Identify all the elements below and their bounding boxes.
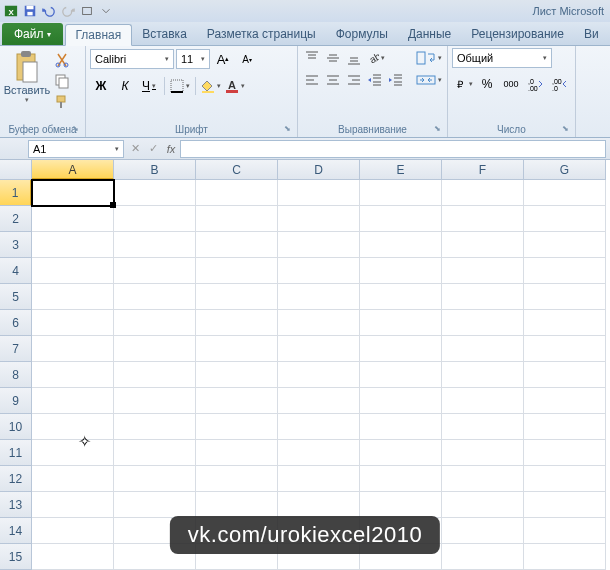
- cell-G6[interactable]: [524, 310, 606, 336]
- cell-B6[interactable]: [114, 310, 196, 336]
- cell-C12[interactable]: [196, 466, 278, 492]
- cell-F9[interactable]: [442, 388, 524, 414]
- col-header-A[interactable]: A: [32, 160, 114, 180]
- bold-button[interactable]: Ж: [90, 75, 112, 97]
- row-header-13[interactable]: 13: [0, 492, 32, 518]
- cell-G15[interactable]: [524, 544, 606, 570]
- cell-G7[interactable]: [524, 336, 606, 362]
- cell-E8[interactable]: [360, 362, 442, 388]
- cell-C8[interactable]: [196, 362, 278, 388]
- cell-E9[interactable]: [360, 388, 442, 414]
- font-size-select[interactable]: 11: [176, 49, 210, 69]
- cell-C7[interactable]: [196, 336, 278, 362]
- cell-E10[interactable]: [360, 414, 442, 440]
- cell-A12[interactable]: [32, 466, 114, 492]
- cell-E3[interactable]: [360, 232, 442, 258]
- worksheet-grid[interactable]: ABCDEFG 123456789101112131415 ✧: [0, 160, 610, 570]
- align-center-icon[interactable]: [323, 70, 343, 90]
- cell-B10[interactable]: [114, 414, 196, 440]
- number-format-select[interactable]: Общий: [452, 48, 552, 68]
- row-header-1[interactable]: 1: [0, 180, 32, 206]
- cell-G1[interactable]: [524, 180, 606, 206]
- cell-D4[interactable]: [278, 258, 360, 284]
- cell-G5[interactable]: [524, 284, 606, 310]
- format-painter-icon[interactable]: [52, 92, 72, 112]
- cell-C2[interactable]: [196, 206, 278, 232]
- italic-button[interactable]: К: [114, 75, 136, 97]
- cell-G12[interactable]: [524, 466, 606, 492]
- qat-custom-icon[interactable]: [78, 2, 96, 20]
- save-icon[interactable]: [21, 2, 39, 20]
- cell-A1[interactable]: [32, 180, 114, 206]
- cell-C5[interactable]: [196, 284, 278, 310]
- cell-A5[interactable]: [32, 284, 114, 310]
- cell-F13[interactable]: [442, 492, 524, 518]
- cell-C4[interactable]: [196, 258, 278, 284]
- cell-C3[interactable]: [196, 232, 278, 258]
- increase-indent-icon[interactable]: [386, 70, 406, 90]
- paste-label[interactable]: Вставить: [4, 84, 51, 96]
- cell-A7[interactable]: [32, 336, 114, 362]
- cell-D11[interactable]: [278, 440, 360, 466]
- row-headers[interactable]: 123456789101112131415: [0, 180, 32, 570]
- col-header-B[interactable]: B: [114, 160, 196, 180]
- cell-D5[interactable]: [278, 284, 360, 310]
- cell-F5[interactable]: [442, 284, 524, 310]
- redo-icon[interactable]: [59, 2, 77, 20]
- cell-B5[interactable]: [114, 284, 196, 310]
- cell-F1[interactable]: [442, 180, 524, 206]
- cell-E6[interactable]: [360, 310, 442, 336]
- cell-D7[interactable]: [278, 336, 360, 362]
- cell-A15[interactable]: [32, 544, 114, 570]
- cell-F10[interactable]: [442, 414, 524, 440]
- cell-D1[interactable]: [278, 180, 360, 206]
- cell-G13[interactable]: [524, 492, 606, 518]
- row-header-4[interactable]: 4: [0, 258, 32, 284]
- cell-F15[interactable]: [442, 544, 524, 570]
- cell-G10[interactable]: [524, 414, 606, 440]
- cell-B4[interactable]: [114, 258, 196, 284]
- percent-icon[interactable]: %: [476, 73, 498, 95]
- cell-D12[interactable]: [278, 466, 360, 492]
- cell-B9[interactable]: [114, 388, 196, 414]
- cell-F2[interactable]: [442, 206, 524, 232]
- cell-G11[interactable]: [524, 440, 606, 466]
- tab-file[interactable]: Файл: [2, 23, 63, 45]
- cell-E12[interactable]: [360, 466, 442, 492]
- cell-G4[interactable]: [524, 258, 606, 284]
- align-left-icon[interactable]: [302, 70, 322, 90]
- cell-E13[interactable]: [360, 492, 442, 518]
- cell-C6[interactable]: [196, 310, 278, 336]
- cell-E11[interactable]: [360, 440, 442, 466]
- cell-D2[interactable]: [278, 206, 360, 232]
- border-icon[interactable]: [169, 75, 191, 97]
- cell-F3[interactable]: [442, 232, 524, 258]
- cell-B3[interactable]: [114, 232, 196, 258]
- cell-A8[interactable]: [32, 362, 114, 388]
- decrease-font-icon[interactable]: A▾: [236, 48, 258, 70]
- cell-A4[interactable]: [32, 258, 114, 284]
- row-header-12[interactable]: 12: [0, 466, 32, 492]
- select-all-corner[interactable]: [0, 160, 32, 180]
- tab-home[interactable]: Главная: [65, 24, 133, 46]
- qat-dropdown-icon[interactable]: [97, 2, 115, 20]
- tab-layout[interactable]: Разметка страницы: [197, 23, 326, 45]
- row-header-15[interactable]: 15: [0, 544, 32, 570]
- col-header-C[interactable]: C: [196, 160, 278, 180]
- col-header-G[interactable]: G: [524, 160, 606, 180]
- merge-icon[interactable]: [414, 70, 444, 90]
- col-header-E[interactable]: E: [360, 160, 442, 180]
- tab-insert[interactable]: Вставка: [132, 23, 197, 45]
- undo-icon[interactable]: [40, 2, 58, 20]
- cell-G8[interactable]: [524, 362, 606, 388]
- align-middle-icon[interactable]: [323, 48, 343, 68]
- tab-view[interactable]: Ви: [574, 23, 609, 45]
- cell-D13[interactable]: [278, 492, 360, 518]
- cell-D6[interactable]: [278, 310, 360, 336]
- row-header-14[interactable]: 14: [0, 518, 32, 544]
- cell-A3[interactable]: [32, 232, 114, 258]
- formula-bar[interactable]: [180, 140, 606, 158]
- cut-icon[interactable]: [52, 50, 72, 70]
- cell-F11[interactable]: [442, 440, 524, 466]
- cell-B2[interactable]: [114, 206, 196, 232]
